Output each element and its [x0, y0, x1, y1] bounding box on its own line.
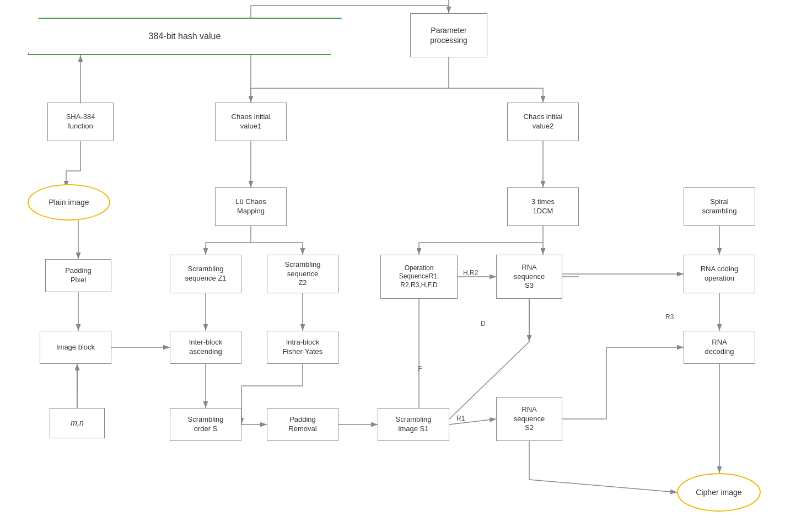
hash-value-box: 384-bit hash value: [28, 18, 342, 55]
diagram: 384-bit hash value Parameterprocessing S…: [0, 0, 785, 532]
scrambling-z1-label: Scramblingsequence Z1: [185, 265, 226, 283]
scrambling-order-box: Scramblingorder S: [170, 408, 241, 441]
label-hr2: H,R2: [463, 269, 478, 277]
times-1dcm-label: 3 times1DCM: [531, 197, 555, 216]
mn-label: m,n: [71, 418, 83, 428]
rna-s2-label: RNAsequenceS2: [514, 405, 545, 433]
plain-image-box: Plain image: [28, 184, 110, 221]
times-1dcm-box: 3 times1DCM: [507, 187, 579, 226]
inter-block-box: Inter-blockascending: [170, 331, 241, 364]
rna-s3-label: RNAsequenceS3: [514, 263, 545, 291]
padding-removal-box: PaddingRemoval: [267, 408, 338, 441]
scrambling-s1-box: Scramblingimage S1: [378, 408, 449, 441]
scrambling-order-label: Scramblingorder S: [187, 415, 223, 434]
lu-chaos-box: Lü ChaosMapping: [215, 187, 287, 226]
spiral-scrambling-label: Spiralscrambling: [702, 197, 737, 216]
sha384-box: SHA-384function: [47, 103, 114, 141]
hash-value-label: 384-bit hash value: [149, 31, 221, 41]
chaos2-box: Chaos initialvalue2: [507, 103, 579, 141]
padding-pixel-label: PaddingPixel: [65, 266, 92, 285]
rna-coding-label: RNA codingoperation: [701, 265, 739, 283]
chaos2-label: Chaos initialvalue2: [524, 112, 563, 131]
rna-s3-box: RNAsequenceS3: [496, 255, 562, 299]
spiral-scrambling-box: Spiralscrambling: [684, 187, 755, 226]
scrambling-z2-label: ScramblingsequenceZ2: [284, 260, 320, 288]
image-block-box: Image block: [40, 331, 111, 364]
param-processing-label: Parameterprocessing: [430, 25, 467, 45]
op-sequence-label: OperationSequenceR1,R2,R3,H,F,D: [399, 264, 439, 290]
label-f: F: [418, 365, 422, 373]
label-r3: R3: [665, 313, 674, 321]
cipher-image-label: Cipher image: [696, 488, 741, 497]
rna-decoding-box: RNAdecoding: [684, 331, 755, 364]
plain-image-label: Plain image: [49, 198, 89, 207]
padding-pixel-box: PaddingPixel: [45, 259, 111, 292]
label-d: D: [481, 320, 486, 327]
chaos1-label: Chaos initialvalue1: [232, 112, 271, 131]
scrambling-z2-box: ScramblingsequenceZ2: [267, 255, 338, 293]
inter-block-label: Inter-blockascending: [189, 338, 223, 357]
op-sequence-box: OperationSequenceR1,R2,R3,H,F,D: [380, 255, 458, 299]
cipher-image-box: Cipher image: [677, 473, 761, 512]
rna-decoding-label: RNAdecoding: [705, 338, 734, 357]
padding-removal-label: PaddingRemoval: [288, 415, 316, 434]
intra-block-box: Intra-blockFisher-Yates: [267, 331, 338, 364]
rna-coding-box: RNA codingoperation: [684, 255, 755, 293]
lu-chaos-label: Lü ChaosMapping: [235, 197, 266, 216]
chaos1-box: Chaos initialvalue1: [215, 103, 287, 141]
param-processing-box: Parameterprocessing: [410, 13, 487, 57]
image-block-label: Image block: [56, 343, 95, 352]
rna-s2-box: RNAsequenceS2: [496, 397, 562, 441]
svg-line-31: [529, 480, 677, 492]
scrambling-z1-box: Scramblingsequence Z1: [170, 255, 241, 293]
mn-box: m,n: [50, 408, 105, 438]
sha384-label: SHA-384function: [66, 112, 95, 131]
intra-block-label: Intra-blockFisher-Yates: [283, 338, 323, 357]
label-r1: R1: [456, 415, 465, 422]
scrambling-s1-label: Scramblingimage S1: [395, 415, 431, 434]
